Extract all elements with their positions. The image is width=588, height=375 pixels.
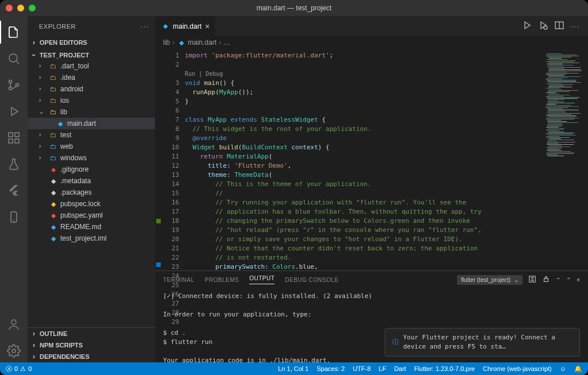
section-outline[interactable]: ›OUTLINE [28, 328, 155, 339]
svg-point-9 [11, 320, 16, 324]
folder-lib[interactable]: ⌄🗀lib [28, 106, 155, 118]
svg-rect-6 [15, 139, 19, 143]
toast-message: Your Flutter project is ready! Connect a… [403, 333, 572, 351]
activity-settings-icon[interactable] [0, 339, 28, 362]
sidebar: EXPLORER ··· ›OPEN EDITORS ›TEST_PROJECT… [28, 16, 155, 362]
file--packages[interactable]: ◆.packages [28, 187, 155, 198]
titlebar[interactable]: main.dart — test_project [0, 0, 588, 16]
activity-device-icon[interactable] [0, 206, 28, 229]
panel-tab-output[interactable]: OUTPUT [249, 275, 274, 284]
close-window-icon[interactable] [6, 5, 13, 11]
svg-point-0 [9, 54, 17, 62]
svg-rect-4 [9, 133, 13, 137]
split-editor-icon[interactable] [555, 21, 564, 32]
folder-test[interactable]: ›🗀test [28, 129, 155, 141]
tab-label: main.dart [173, 22, 202, 30]
zoom-window-icon[interactable] [29, 5, 36, 11]
run-icon[interactable] [523, 21, 532, 32]
more-icon[interactable]: ··· [141, 23, 149, 30]
sidebar-header: EXPLORER ··· [28, 16, 155, 36]
vscode-window: main.dart — test_project EXPLORER ··· ›O… [0, 0, 588, 375]
activity-test-icon[interactable] [0, 153, 28, 176]
file--metadata[interactable]: ◆.metadata [28, 175, 155, 187]
status-eol[interactable]: LF [379, 365, 386, 372]
info-icon: ⓘ [392, 338, 399, 347]
status-flutter-version[interactable]: Flutter: 1.23.0-7.0.pre [414, 365, 475, 372]
section-npm-scripts[interactable]: ›NPM SCRIPTS [28, 339, 155, 351]
file-test_project-iml[interactable]: ◆test_project.iml [28, 233, 155, 244]
editor-actions: ··· [523, 16, 588, 36]
panel-up-icon[interactable]: ⌃ [556, 277, 560, 283]
file--gitignore[interactable]: ◆.gitignore [28, 164, 155, 175]
section-dependencies[interactable]: ›DEPENDENCIES [28, 351, 155, 362]
dart-file-icon: ◆ [161, 22, 169, 30]
panel-tab-debug-console[interactable]: DEBUG CONSOLE [285, 277, 339, 283]
svg-point-10 [12, 349, 16, 353]
output-body[interactable]: [✓] Connected device: is fully installed… [155, 288, 588, 362]
panel-close-icon[interactable]: × [577, 277, 580, 283]
svg-rect-7 [15, 133, 19, 137]
window-title: main.dart — test_project [0, 4, 588, 12]
status-bar: ⓧ 0 ⚠ 0 Ln 1, Col 1 Spaces: 2 UTF-8 LF D… [0, 362, 588, 375]
activity-bar [0, 16, 28, 362]
debug-icon[interactable] [539, 21, 548, 32]
svg-point-11 [544, 26, 547, 29]
panel-maximize-icon[interactable]: ⌃ [566, 277, 571, 283]
file-pubspec-yaml[interactable]: ◆pubspec.yaml [28, 210, 155, 221]
folder-android[interactable]: ›🗀android [28, 83, 155, 95]
status-feedback-icon[interactable]: ☺ [560, 365, 566, 372]
svg-point-1 [9, 80, 12, 83]
activity-search-icon[interactable] [0, 47, 28, 70]
file-tree: ›🗀.dart_tool›🗀.idea›🗀android›🗀ios⌄🗀lib◆m… [28, 60, 155, 244]
file-pubspec-lock[interactable]: ◆pubspec.lock [28, 198, 155, 210]
panel-tabs: TERMINAL PROBLEMS OUTPUT DEBUG CONSOLE f… [155, 271, 588, 288]
activity-explorer-icon[interactable] [0, 21, 28, 44]
minimize-window-icon[interactable] [17, 5, 24, 11]
notification-toast[interactable]: ⓘ Your Flutter project is ready! Connect… [385, 328, 580, 357]
lock-scroll-icon[interactable] [542, 275, 550, 284]
file-main-dart[interactable]: ◆main.dart [28, 118, 155, 129]
status-spaces[interactable]: Spaces: 2 [316, 365, 345, 372]
svg-rect-14 [544, 279, 548, 281]
status-bell-icon[interactable]: 🔔 [574, 365, 582, 373]
activity-flutter-icon[interactable] [0, 179, 28, 202]
bottom-panel: TERMINAL PROBLEMS OUTPUT DEBUG CONSOLE f… [155, 270, 588, 362]
window-controls [6, 5, 36, 11]
folder-web[interactable]: ›🗀web [28, 141, 155, 152]
activity-extensions-icon[interactable] [0, 126, 28, 149]
tab-bar: ◆ main.dart × ··· [155, 16, 588, 36]
status-encoding[interactable]: UTF-8 [353, 365, 370, 372]
tab-main-dart[interactable]: ◆ main.dart × [155, 16, 216, 36]
file-README-md[interactable]: ◆README.md [28, 221, 155, 233]
folder--dart_tool[interactable]: ›🗀.dart_tool [28, 60, 155, 72]
svg-point-2 [9, 87, 12, 90]
section-open-editors[interactable]: ›OPEN EDITORS [28, 37, 155, 48]
folder--idea[interactable]: ›🗀.idea [28, 72, 155, 83]
more-actions-icon[interactable]: ··· [571, 22, 580, 30]
clear-output-icon[interactable] [528, 275, 536, 284]
svg-rect-5 [9, 139, 13, 143]
status-language[interactable]: Dart [394, 365, 406, 372]
panel-tab-problems[interactable]: PROBLEMS [205, 277, 239, 283]
code-editor[interactable]: 1234567891011121314151617181920212223242… [155, 49, 588, 270]
activity-account-icon[interactable] [0, 313, 28, 336]
explorer-title: EXPLORER [39, 23, 76, 30]
editor-group: ◆ main.dart × ··· lib› ◆main.dart› … 123… [155, 16, 588, 362]
activity-source-control-icon[interactable] [0, 74, 28, 96]
minimap[interactable] [542, 49, 588, 270]
status-errors[interactable]: ⓧ 0 ⚠ 0 [6, 365, 32, 373]
folder-windows[interactable]: ›🗀windows [28, 152, 155, 164]
close-tab-icon[interactable]: × [205, 22, 210, 31]
breadcrumb[interactable]: lib› ◆main.dart› … [155, 36, 588, 49]
status-device[interactable]: Chrome (web-javascript) [483, 365, 552, 372]
folder-ios[interactable]: ›🗀ios [28, 95, 155, 106]
status-cursor[interactable]: Ln 1, Col 1 [278, 365, 308, 372]
section-project[interactable]: ›TEST_PROJECT [28, 50, 155, 60]
output-channel-select[interactable]: flutter (test_project) ⌄ [457, 275, 523, 285]
activity-run-debug-icon[interactable] [0, 100, 28, 123]
